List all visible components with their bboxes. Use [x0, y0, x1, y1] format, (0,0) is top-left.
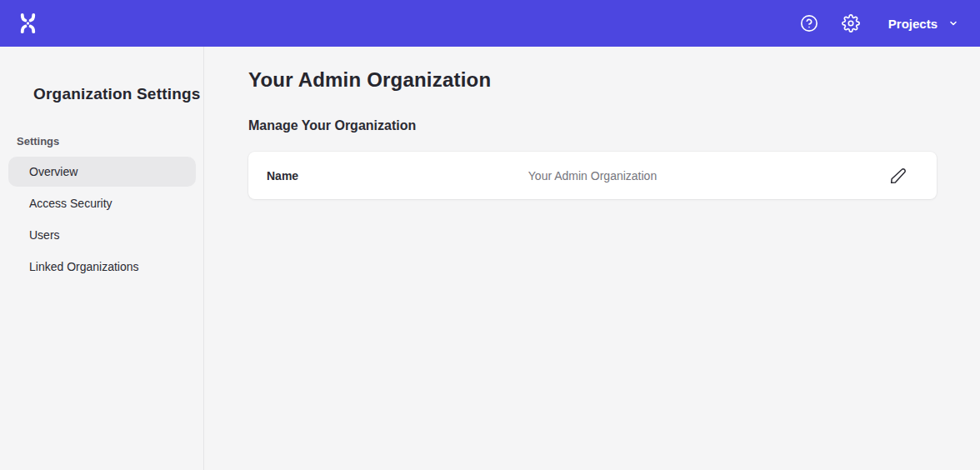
- projects-dropdown-label: Projects: [888, 17, 938, 31]
- pencil-icon: [890, 168, 907, 184]
- x-logo-icon: [17, 12, 39, 34]
- app-logo[interactable]: [17, 12, 39, 34]
- top-navigation-bar: Projects: [0, 0, 980, 47]
- sidebar-item-overview[interactable]: Overview: [8, 157, 196, 187]
- section-title: Manage Your Organization: [248, 118, 937, 133]
- name-field-label: Name: [267, 169, 298, 182]
- sidebar: Organization Settings Settings Overview …: [0, 47, 204, 470]
- sidebar-item-label: Overview: [29, 165, 78, 178]
- sidebar-item-label: Linked Organizations: [29, 260, 139, 273]
- chevron-down-icon: [948, 18, 958, 28]
- sidebar-title: Organization Settings: [33, 85, 203, 103]
- topbar-actions: Projects: [800, 14, 958, 32]
- projects-dropdown[interactable]: Projects: [888, 17, 958, 31]
- sidebar-item-access-security[interactable]: Access Security: [8, 188, 196, 218]
- help-button[interactable]: [800, 14, 818, 32]
- page-title: Your Admin Organization: [248, 68, 937, 92]
- sidebar-nav: Overview Access Security Users Linked Or…: [0, 157, 203, 282]
- sidebar-item-label: Access Security: [29, 197, 112, 210]
- gear-icon: [842, 14, 860, 32]
- edit-name-button[interactable]: [890, 168, 907, 184]
- sidebar-item-users[interactable]: Users: [8, 220, 196, 250]
- page-layout: Organization Settings Settings Overview …: [0, 47, 980, 470]
- main-content: Your Admin Organization Manage Your Orga…: [204, 47, 980, 470]
- help-circle-icon: [800, 14, 818, 32]
- sidebar-item-linked-organizations[interactable]: Linked Organizations: [8, 252, 196, 282]
- sidebar-group-label: Settings: [17, 135, 203, 148]
- name-field-value: Your Admin Organization: [528, 169, 657, 182]
- organization-name-row: Name Your Admin Organization: [248, 152, 937, 199]
- settings-button[interactable]: [842, 14, 860, 32]
- sidebar-item-label: Users: [29, 228, 60, 242]
